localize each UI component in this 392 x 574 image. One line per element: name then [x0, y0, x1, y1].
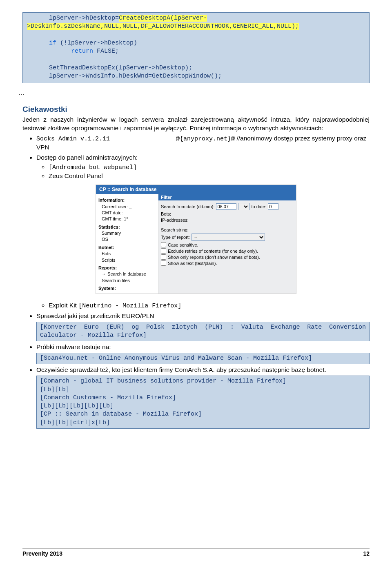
date-to-input[interactable]: [268, 203, 278, 210]
sub-item: [Andromeda bot webpanel]: [49, 163, 370, 172]
socks-admin-code: Socks Admin v.1.2.11 ________________ @{…: [36, 136, 235, 142]
page-footer: Prevenity 2013 12: [22, 548, 370, 557]
section-heading: Ciekawostki: [22, 105, 370, 114]
list-item: Próbki malware testuje na: [Scan4You.net…: [36, 343, 370, 364]
footer-left: Prevenity 2013: [22, 550, 62, 557]
case-sensitive-checkbox[interactable]: [161, 242, 166, 247]
list-item: Dostęp do paneli administracyjnych: [And…: [36, 154, 370, 180]
report-type-select[interactable]: --: [192, 234, 265, 241]
exclude-retries-checkbox[interactable]: [161, 248, 166, 254]
cp-sidebar: Information: Current user: _ GMT date: _…: [96, 194, 158, 293]
konverter-box: [Konverter Euro (EUR) og Polsk zlotych (…: [36, 322, 370, 342]
page-number: 12: [363, 550, 370, 557]
date-select[interactable]: [238, 203, 249, 210]
sub-item: Zeus Control Panel: [49, 172, 370, 180]
show-only-reports-checkbox[interactable]: [161, 254, 166, 260]
cp-filter-panel: Filter Search from date (dd.mm): to date…: [158, 194, 296, 293]
code-block-1: lpServer->hDesktop=CreateDesktopA(lpServ…: [22, 12, 370, 83]
list-item: Sprawdzał jaki jest przelicznik EURO/PLN…: [36, 312, 370, 341]
zeus-panel-screenshot: CP :: Search in database Information: Cu…: [96, 185, 296, 294]
cp-title: CP :: Search in database: [96, 185, 296, 194]
list-item: Socks Admin v.1.2.11 ________________ @{…: [36, 134, 370, 152]
scan4you-box: [Scan4You.net - Online Anonymous Virus a…: [36, 353, 370, 364]
ellipsis: …: [18, 89, 370, 96]
comarch-box: [Comarch - global IT business solutions …: [36, 376, 370, 429]
show-as-text-checkbox[interactable]: [161, 260, 166, 266]
sub-item: Exploit Kit [Neutrino - Mozilla Firefox]: [49, 301, 370, 310]
list-item: Oczywiście sprawdzał też, kto jest klien…: [36, 366, 370, 428]
intro-paragraph: Jeden z naszych inżynierów w logach serw…: [22, 116, 370, 133]
date-from-input[interactable]: [216, 203, 236, 210]
